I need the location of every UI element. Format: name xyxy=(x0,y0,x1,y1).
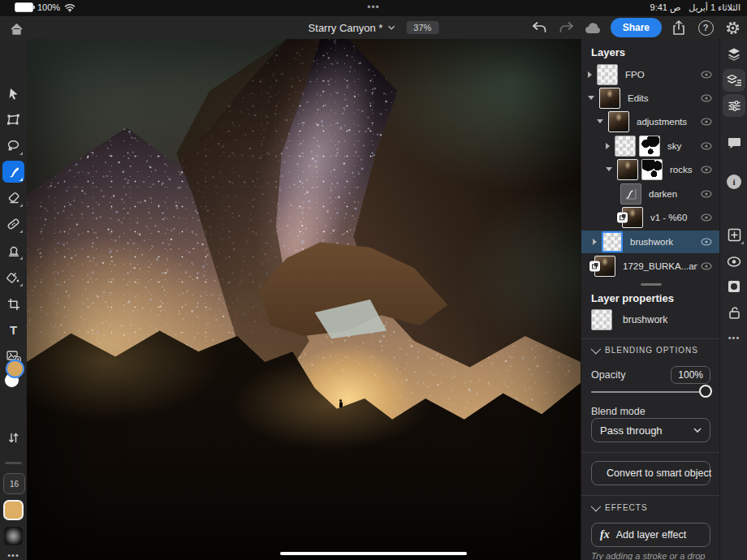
redo-icon[interactable] xyxy=(557,18,576,37)
more-tools-icon[interactable]: ••• xyxy=(0,550,27,560)
visibility-eye-icon[interactable] xyxy=(701,142,712,150)
blending-options-label: BLENDING OPTIONS xyxy=(605,346,698,355)
blending-options-header[interactable]: BLENDING OPTIONS xyxy=(591,346,698,355)
app-toolbar: Starry Canyon * 37% Share ? xyxy=(0,16,747,40)
curves-adjustment-thumbnail xyxy=(620,183,641,205)
slider-track[interactable] xyxy=(591,391,710,393)
add-layer-icon[interactable] xyxy=(723,223,745,246)
swap-colors-icon[interactable] xyxy=(2,427,24,449)
convert-smart-object-button[interactable]: Convert to smart object xyxy=(591,461,710,485)
share-button[interactable]: Share xyxy=(611,18,662,37)
divider xyxy=(581,338,720,339)
layer-row-darken[interactable]: darken xyxy=(581,182,720,205)
expander-icon[interactable] xyxy=(593,239,597,245)
layer-name: v1 - %60 xyxy=(650,213,697,222)
visibility-eye-icon[interactable] xyxy=(701,94,712,102)
healing-brush-tool-icon[interactable] xyxy=(2,213,24,235)
slider-knob[interactable] xyxy=(699,385,712,398)
foreground-color-swatch[interactable] xyxy=(6,360,24,378)
expander-icon[interactable] xyxy=(606,143,610,149)
layer-row-sky[interactable]: sky xyxy=(581,134,720,157)
crop-tool-icon[interactable] xyxy=(2,293,24,315)
opacity-label: Opacity xyxy=(591,369,625,381)
layer-row-edits[interactable]: Edits xyxy=(581,86,720,110)
layer-row-rocks[interactable]: rocks xyxy=(581,157,720,181)
layer-thumbnail xyxy=(615,136,636,157)
properties-layer-thumbnail xyxy=(591,309,612,330)
status-bar: 100% ••• 9:41 ص الثلاثاء 1 أبريل xyxy=(0,0,747,16)
brush-color-swatch[interactable] xyxy=(3,500,24,520)
panel-splitter-handle[interactable] xyxy=(641,283,662,286)
info-icon[interactable]: i xyxy=(723,170,745,193)
clone-stamp-tool-icon[interactable] xyxy=(2,239,24,261)
document-title-text: Starry Canyon * xyxy=(309,22,383,34)
properties-layer-row: brushwork xyxy=(591,309,667,330)
undo-icon[interactable] xyxy=(530,18,550,37)
comments-panel-icon[interactable] xyxy=(723,131,745,154)
lasso-tool-icon[interactable] xyxy=(2,135,24,157)
effects-header[interactable]: EFFECTS xyxy=(591,503,648,512)
status-menu-dots[interactable]: ••• xyxy=(0,2,747,13)
fill-tool-icon[interactable] xyxy=(2,266,24,288)
visibility-eye-icon[interactable] xyxy=(701,213,712,222)
home-icon[interactable] xyxy=(6,19,26,39)
home-indicator[interactable] xyxy=(280,552,467,555)
settings-gear-icon[interactable] xyxy=(723,18,742,37)
canvas[interactable] xyxy=(27,39,581,560)
layer-properties-panel-icon[interactable] xyxy=(723,69,745,92)
brush-size-badge[interactable]: 16 xyxy=(3,473,25,494)
layer-row-adjustments[interactable]: adjustments xyxy=(581,110,720,133)
opacity-value-box[interactable]: 100% xyxy=(671,366,710,384)
info-glyph: i xyxy=(727,174,741,189)
smart-object-badge-icon xyxy=(589,261,600,271)
layer-name: sky xyxy=(667,141,697,151)
move-tool-icon[interactable] xyxy=(2,83,24,105)
add-layer-effect-button[interactable]: fx Add layer effect xyxy=(591,523,710,547)
visibility-eye-icon[interactable] xyxy=(701,262,712,270)
brush-tool-icon[interactable] xyxy=(2,161,24,183)
toggle-visibility-icon[interactable] xyxy=(723,250,745,273)
visibility-eye-icon[interactable] xyxy=(701,118,712,126)
visibility-eye-icon[interactable] xyxy=(701,190,712,198)
fx-icon: fx xyxy=(600,528,610,541)
layer-name: FPO xyxy=(625,70,697,80)
document-title[interactable]: Starry Canyon * xyxy=(309,22,395,34)
visibility-eye-icon[interactable] xyxy=(701,238,712,246)
adjustments-panel-icon[interactable] xyxy=(723,94,745,117)
chevron-down-icon xyxy=(591,502,602,512)
visibility-eye-icon[interactable] xyxy=(701,166,712,174)
layer-row-background-image[interactable]: 1729_BURKA...anced-NR33 xyxy=(581,254,720,278)
zoom-level-badge[interactable]: 37% xyxy=(406,21,438,34)
layer-name: adjustments xyxy=(637,117,697,127)
visibility-eye-icon[interactable] xyxy=(701,71,712,79)
blend-mode-dropdown[interactable]: Pass through xyxy=(591,418,710,442)
opacity-slider[interactable] xyxy=(591,385,710,399)
eraser-tool-icon[interactable] xyxy=(2,187,24,209)
layer-thumbnail xyxy=(608,111,629,132)
expander-icon[interactable] xyxy=(588,71,592,78)
expander-icon[interactable] xyxy=(606,167,612,171)
tool-rail: T 16 ••• xyxy=(0,39,28,560)
export-icon[interactable] xyxy=(669,18,689,37)
expander-icon[interactable] xyxy=(588,96,594,100)
cloud-sync-icon[interactable] xyxy=(584,18,603,37)
brush-tip-swatch[interactable] xyxy=(4,527,23,545)
chevron-down-icon xyxy=(387,25,395,30)
expander-icon[interactable] xyxy=(597,119,603,123)
layer-row-fpo[interactable]: FPO xyxy=(581,62,720,86)
type-tool-icon[interactable]: T xyxy=(2,319,24,341)
divider xyxy=(581,452,720,453)
layers-panel-icon[interactable] xyxy=(723,42,745,65)
help-icon[interactable]: ? xyxy=(696,18,715,37)
lock-icon[interactable] xyxy=(723,301,745,324)
layer-mask-icon[interactable] xyxy=(723,275,745,298)
effects-label: EFFECTS xyxy=(605,503,648,512)
layer-name: brushwork xyxy=(630,237,697,247)
layer-row-v1[interactable]: v1 - %60 xyxy=(581,205,720,229)
layers-panel: Layers FPO Edits adjustments sky rocks xyxy=(581,39,720,560)
layer-name: Edits xyxy=(628,93,697,103)
layer-thumbnail xyxy=(622,207,643,228)
more-options-icon[interactable]: ••• xyxy=(720,333,747,342)
transform-tool-icon[interactable] xyxy=(2,109,24,131)
layer-row-brushwork-selected[interactable]: brushwork xyxy=(581,230,720,253)
